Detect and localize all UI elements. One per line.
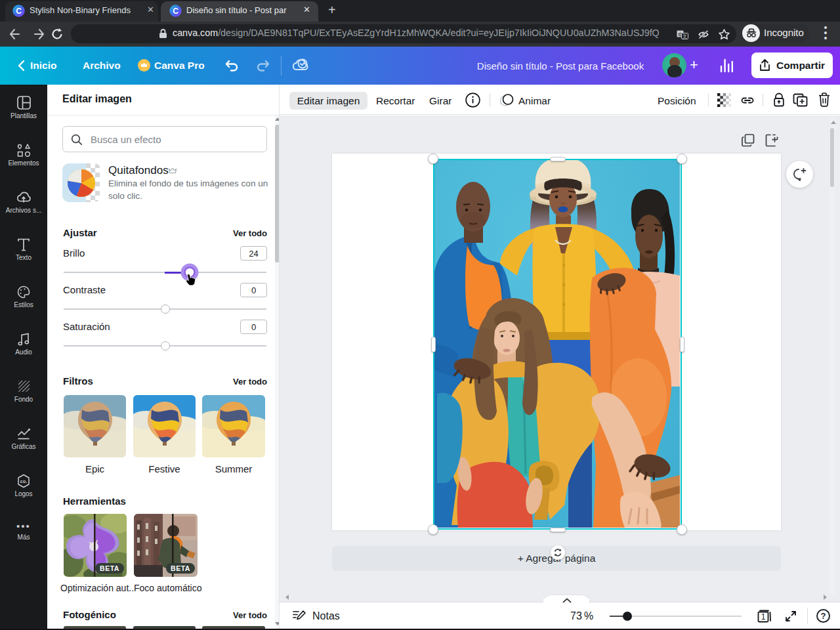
svg-text:文: 文 — [682, 33, 687, 39]
svg-text:C: C — [173, 7, 178, 16]
svg-text:C: C — [16, 7, 22, 16]
svg-text:co.: co. — [20, 478, 28, 484]
svg-text:1: 1 — [761, 612, 766, 621]
